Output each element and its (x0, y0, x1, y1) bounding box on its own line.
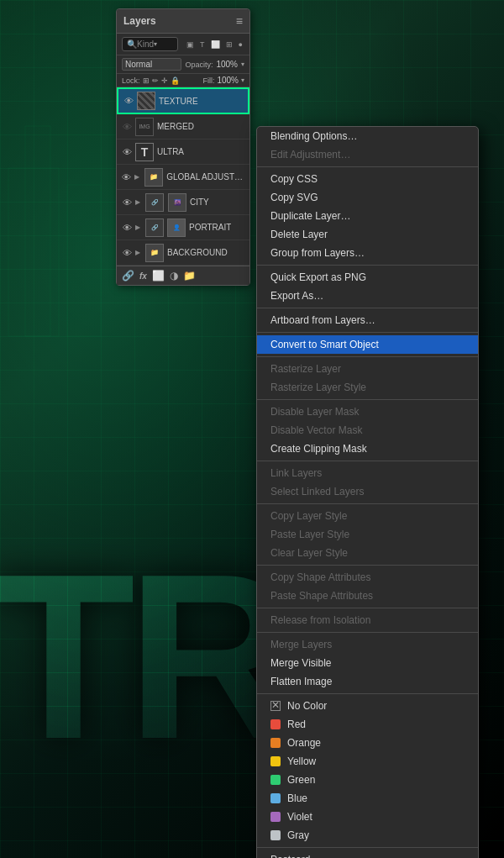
menu-duplicate-layer[interactable]: Duplicate Layer… (257, 207, 478, 225)
menu-item-label: No Color (287, 700, 327, 712)
menu-copy-css[interactable]: Copy CSS (257, 170, 478, 188)
layer-thumb-global: 📁 (144, 168, 163, 187)
menu-item-label: Artboard from Layers… (270, 314, 375, 326)
layer-thumb-city2: 🌆 (168, 193, 186, 212)
menu-delete-layer[interactable]: Delete Layer (257, 225, 478, 244)
filter-dot-icon[interactable]: ● (237, 39, 244, 50)
search-filter-icons: ▣ T ⬜ ⊞ ● (185, 39, 244, 50)
eye-visibility-icon-merged[interactable]: 👁 (122, 122, 132, 132)
menu-item-label: Blue (287, 792, 307, 804)
menu-quick-export[interactable]: Quick Export as PNG (257, 268, 478, 287)
layer-thumb-ultra: T (135, 143, 154, 161)
footer-folder-icon[interactable]: 📁 (183, 270, 196, 282)
layer-name-merged: MERGED (157, 122, 194, 131)
search-box[interactable]: 🔍 Kind ▾ (122, 37, 178, 51)
footer-link-icon[interactable]: 🔗 (122, 270, 134, 282)
separator-7 (257, 461, 478, 461)
eye-visibility-icon-texture[interactable]: 👁 (123, 96, 134, 106)
color-dot-green (270, 775, 281, 785)
menu-export-as[interactable]: Export As… (257, 287, 478, 305)
menu-item-label: Postcard (270, 854, 310, 858)
separator-4 (257, 332, 478, 333)
layer-thumb-merged: IMG (135, 118, 154, 136)
menu-item-label: Edit Adjustment… (270, 149, 350, 161)
eye-visibility-icon-global[interactable]: 👁 (122, 172, 131, 182)
search-kind-label: Kind (137, 39, 154, 49)
menu-no-color[interactable]: No Color (257, 697, 478, 715)
eye-visibility-icon-ultra[interactable]: 👁 (122, 147, 132, 157)
filter-shape-icon[interactable]: ⬜ (209, 39, 222, 50)
menu-color-orange[interactable]: Orange (257, 734, 478, 752)
menu-copy-shape-attributes: Copy Shape Attributes (257, 568, 478, 587)
footer-mask-icon[interactable]: ⬜ (152, 270, 165, 282)
menu-item-label: Disable Vector Mask (270, 424, 362, 436)
opacity-label: Opacity: (185, 61, 213, 69)
footer-adjustment-icon[interactable]: ◑ (170, 270, 178, 282)
menu-item-label: Export As… (270, 290, 323, 302)
menu-color-blue[interactable]: Blue (257, 789, 478, 808)
menu-item-label: Quick Export as PNG (270, 271, 366, 283)
separator-2 (257, 265, 478, 266)
menu-paste-layer-style: Paste Layer Style (257, 525, 478, 544)
filter-pixel-icon[interactable]: ▣ (185, 39, 196, 50)
menu-create-clipping-mask[interactable]: Create Clipping Mask (257, 440, 478, 458)
menu-blending-options[interactable]: Blending Options… (257, 127, 478, 145)
search-icon: 🔍 (127, 39, 137, 49)
expand-icon-global[interactable]: ▶ (134, 173, 139, 181)
separator-9 (257, 565, 478, 566)
separator-6 (257, 399, 478, 400)
filter-smart-icon[interactable]: ⊞ (224, 39, 234, 50)
layer-item-portrait[interactable]: 👁 ▶ 🔗 👤 PORTRAIT (117, 215, 249, 240)
menu-color-violet[interactable]: Violet (257, 808, 478, 826)
expand-icon-background[interactable]: ▶ (135, 249, 140, 256)
menu-merge-visible[interactable]: Merge Visible (257, 654, 478, 672)
menu-postcard[interactable]: Postcard (257, 850, 478, 858)
menu-artboard-from-layers[interactable]: Artboard from Layers… (257, 311, 478, 329)
layer-item-city[interactable]: 👁 ▶ 🔗 🌆 CITY (117, 190, 249, 215)
menu-rasterize-layer: Rasterize Layer (257, 360, 478, 378)
fill-label: Fill: (202, 76, 214, 85)
layer-item-ultra[interactable]: 👁 T ULTRA (117, 139, 249, 165)
color-dot-blue (270, 793, 281, 803)
menu-item-label: Copy Layer Style (270, 510, 347, 522)
menu-item-label: Clear Layer Style (270, 547, 348, 559)
menu-item-label: Duplicate Layer… (270, 210, 350, 222)
expand-icon-city[interactable]: ▶ (135, 198, 140, 206)
menu-group-from-layers[interactable]: Group from Layers… (257, 244, 478, 262)
menu-item-label: Red (287, 719, 306, 730)
menu-item-label: Paste Layer Style (270, 529, 349, 540)
layer-item-global-adjust[interactable]: 👁 ▶ 📁 GLOBAL ADJUSTM… (117, 165, 249, 190)
layer-thumb-texture (137, 92, 155, 110)
lock-padlock-icon[interactable]: 🔒 (171, 76, 180, 85)
menu-item-label: Rasterize Layer (270, 363, 341, 375)
menu-color-green[interactable]: Green (257, 771, 478, 789)
eye-visibility-icon-portrait[interactable]: 👁 (122, 223, 132, 233)
menu-color-gray[interactable]: Gray (257, 826, 478, 845)
opacity-value: 100% (216, 60, 238, 69)
footer-fx-icon[interactable]: fx (139, 271, 147, 281)
menu-color-red[interactable]: Red (257, 715, 478, 734)
layers-panel: Layers ≡ 🔍 Kind ▾ ▣ T ⬜ ⊞ ● Normal Opaci… (116, 8, 250, 286)
layer-item-merged[interactable]: 👁 IMG MERGED (117, 114, 249, 139)
layer-name-city: CITY (190, 197, 209, 207)
bg-text: TR (0, 539, 288, 774)
separator-8 (257, 503, 478, 504)
filter-adjust-icon[interactable]: T (198, 39, 207, 50)
lock-brush-icon[interactable]: ✏ (152, 76, 159, 85)
menu-convert-smart-object[interactable]: Convert to Smart Object (257, 335, 478, 354)
menu-copy-svg[interactable]: Copy SVG (257, 188, 478, 207)
layer-item-background[interactable]: 👁 ▶ 📁 BACKGROUND (117, 240, 249, 266)
lock-move-icon[interactable]: ✛ (161, 76, 168, 85)
layer-thumb-portrait: 🔗 (145, 218, 164, 237)
eye-visibility-icon-city[interactable]: 👁 (122, 197, 132, 208)
menu-color-yellow[interactable]: Yellow (257, 752, 478, 771)
lock-checkerboard-icon[interactable]: ⊞ (143, 76, 150, 85)
blend-mode-select[interactable]: Normal (122, 58, 181, 71)
panel-search-row: 🔍 Kind ▾ ▣ T ⬜ ⊞ ● (117, 34, 249, 55)
menu-flatten-image[interactable]: Flatten Image (257, 672, 478, 691)
expand-icon-portrait[interactable]: ▶ (135, 224, 140, 231)
eye-visibility-icon-background[interactable]: 👁 (122, 248, 132, 258)
layer-item-texture[interactable]: 👁 TEXTURE (117, 87, 249, 114)
menu-item-label: Gray (287, 829, 309, 841)
panel-menu-icon[interactable]: ≡ (236, 14, 243, 28)
